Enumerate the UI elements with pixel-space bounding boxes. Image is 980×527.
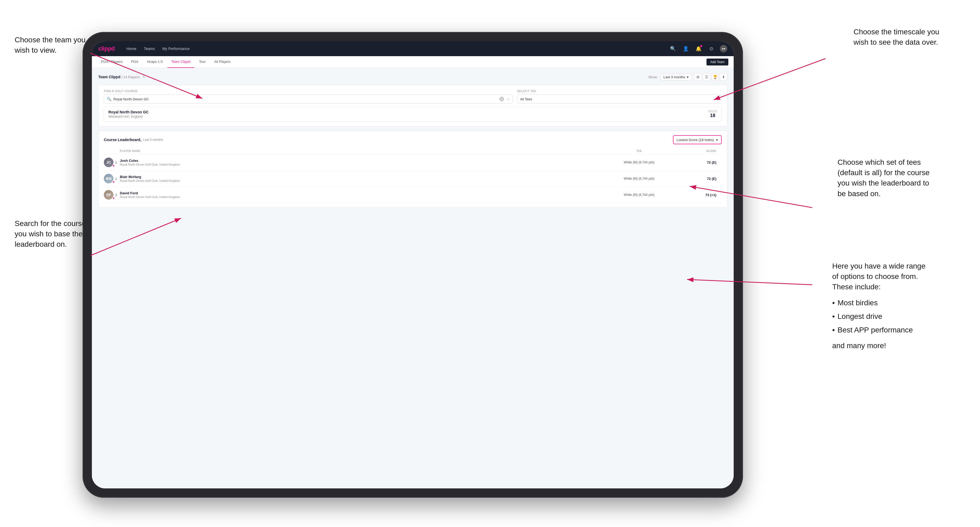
tee-select-col: Select Tee All Tees ▾ bbox=[517, 89, 722, 104]
player-name-2: Blair McHarg bbox=[120, 175, 180, 179]
user-icon[interactable]: 👤 bbox=[681, 44, 690, 53]
search-icon: 🔍 bbox=[107, 97, 111, 101]
player-name-cell-1: Josh Coles Royal North Devon Golf Club, … bbox=[120, 159, 599, 166]
nav-teams[interactable]: Teams bbox=[140, 41, 158, 56]
annotation-bl-line2: you wish to base the bbox=[14, 230, 83, 238]
bell-icon[interactable]: 🔔 bbox=[694, 44, 703, 53]
view-icons-group: ⊞ ☰ 🏆 ⬇ bbox=[694, 73, 727, 81]
player-info-1: Josh Coles Royal North Devon Golf Club, … bbox=[120, 159, 180, 166]
score-type-dropdown[interactable]: Lowest Score (18 holes) ▾ bbox=[673, 135, 722, 144]
team-count: | 14 Players bbox=[121, 75, 140, 79]
bullet-birdies: Most birdies bbox=[832, 298, 966, 308]
col-header-score: SCORE bbox=[679, 149, 722, 152]
player-avatar-wrap-3: DF ♥ bbox=[104, 190, 113, 200]
player-avatar-wrap-1: JC ♥ bbox=[104, 157, 113, 167]
avatar[interactable]: ●▾ bbox=[720, 45, 727, 52]
subnav-pgat[interactable]: PGAT Players bbox=[97, 56, 126, 68]
score-cell-1: 72 (E) bbox=[679, 160, 722, 165]
tee-cell-1: White (M) (6,744 yds) bbox=[599, 160, 679, 164]
rank-cell-3: DF ♥ 3 bbox=[104, 190, 120, 200]
find-course-label: Find a Golf Course bbox=[104, 89, 513, 93]
course-search-input[interactable] bbox=[113, 97, 497, 101]
player-avatar-2: BM bbox=[104, 174, 113, 183]
nav-links-container: Home Teams My Performance bbox=[123, 41, 669, 56]
annotation-bl-line1: Search for the course bbox=[14, 219, 86, 227]
nav-home[interactable]: Home bbox=[123, 41, 140, 56]
grid-view-button[interactable]: ⊞ bbox=[694, 73, 702, 81]
course-location: Westward Hol!, England bbox=[108, 115, 149, 119]
score-type-chevron-icon: ▾ bbox=[716, 138, 718, 142]
add-team-button[interactable]: Add Team bbox=[706, 59, 728, 65]
player-info-2: Blair McHarg Royal North Devon Golf Club… bbox=[120, 175, 180, 182]
rank-num-2: 1 bbox=[115, 177, 117, 181]
tee-cell-2: White (M) (6,744 yds) bbox=[599, 177, 679, 181]
col-header-tee: TEE bbox=[599, 149, 679, 152]
rank-cell-2: BM ♥ 1 bbox=[104, 174, 120, 183]
subnav-pga[interactable]: PGA bbox=[127, 56, 142, 68]
settings-icon[interactable]: ⊙ bbox=[707, 44, 716, 53]
annotation-mr-line4: be based on. bbox=[838, 189, 881, 198]
ipad-screen: clippd Home Teams My Performance 🔍 👤 🔔 ⊙… bbox=[92, 41, 733, 488]
course-search-col: Find a Golf Course 🔍 ✕ ☆ bbox=[104, 89, 513, 104]
search-icon[interactable]: 🔍 bbox=[669, 44, 677, 53]
subnav-tour[interactable]: Tour bbox=[195, 56, 209, 68]
show-value: Last 3 months bbox=[663, 75, 685, 79]
score-cell-3: 73 (+1) bbox=[679, 193, 722, 197]
favorite-star-icon[interactable]: ☆ bbox=[506, 97, 510, 102]
rank-num-1: 1 bbox=[115, 160, 117, 165]
col-header-rank bbox=[104, 149, 120, 152]
subnav-all-players[interactable]: All Players bbox=[210, 56, 234, 68]
trophy-view-button[interactable]: 🏆 bbox=[711, 73, 719, 81]
score-cell-2: 72 (E) bbox=[679, 177, 722, 181]
table-header-row: PLAYER NAME TEE SCORE bbox=[104, 148, 722, 154]
subnav-team-clippd[interactable]: Team Clippd bbox=[167, 56, 194, 68]
notification-badge bbox=[700, 45, 702, 47]
bullet-drive: Longest drive bbox=[832, 311, 966, 322]
top-navigation: clippd Home Teams My Performance 🔍 👤 🔔 ⊙… bbox=[92, 41, 733, 56]
heart-icon-1: ♥ bbox=[113, 164, 115, 168]
team-name: Team Clippd bbox=[98, 75, 120, 79]
avatar-img-3: DF bbox=[104, 190, 113, 200]
rank-cell-1: JC ♥ 1 bbox=[104, 157, 120, 167]
leaderboard-section: Course Leaderboard, Last 3 months Lowest… bbox=[98, 131, 727, 208]
annotation-tl-line1: Choose the team you bbox=[14, 36, 86, 44]
annotation-br-footer: and many more! bbox=[832, 341, 886, 350]
annotation-br-line2: of options to choose from. bbox=[832, 272, 918, 281]
show-label: Show: bbox=[648, 75, 658, 79]
holes-number: 18 bbox=[708, 113, 717, 119]
tee-dropdown[interactable]: All Tees ▾ bbox=[517, 94, 722, 104]
heart-icon-2: ♥ bbox=[113, 180, 115, 184]
course-result: Royal North Devon GC Westward Hol!, Engl… bbox=[104, 106, 722, 122]
annotation-mr-line1: Choose which set of tees bbox=[838, 158, 921, 167]
annotation-br-line1: Here you have a wide range bbox=[832, 262, 925, 270]
course-search-input-wrap[interactable]: 🔍 ✕ ☆ bbox=[104, 94, 513, 104]
player-name-1: Josh Coles bbox=[120, 159, 180, 163]
list-view-button[interactable]: ☰ bbox=[703, 73, 710, 81]
col-header-player: PLAYER NAME bbox=[120, 149, 599, 152]
player-name-3: David Ford bbox=[120, 191, 180, 195]
show-timescale-dropdown[interactable]: Last 3 months ▾ bbox=[660, 74, 692, 80]
score-type-value: Lowest Score (18 holes) bbox=[677, 138, 714, 142]
leaderboard-table: PLAYER NAME TEE SCORE JC ♥ bbox=[104, 148, 722, 203]
annotation-br-line3: These include: bbox=[832, 283, 881, 291]
table-row: DF ♥ 3 David Ford Royal North Devon Golf… bbox=[104, 187, 722, 203]
tee-value: All Tees bbox=[520, 97, 532, 101]
table-row: JC ♥ 1 Josh Coles Royal North Devon Golf… bbox=[104, 154, 722, 171]
show-section: Show: Last 3 months ▾ ⊞ ☰ 🏆 ⬇ bbox=[648, 73, 727, 81]
table-row: BM ♥ 1 Blair McHarg Royal North Devon Go… bbox=[104, 171, 722, 187]
player-avatar-3: DF bbox=[104, 190, 113, 200]
annotation-bottom-left: Search for the course you wish to base t… bbox=[14, 218, 86, 250]
nav-my-performance[interactable]: My Performance bbox=[158, 41, 193, 56]
annotation-top-left: Choose the team you wish to view. bbox=[14, 35, 86, 56]
annotation-top-right: Choose the timescale you wish to see the… bbox=[854, 27, 966, 48]
nav-icons-group: 🔍 👤 🔔 ⊙ ●▾ bbox=[669, 44, 727, 53]
search-clear-button[interactable]: ✕ bbox=[499, 97, 504, 102]
edit-team-icon[interactable]: ✎ bbox=[142, 75, 145, 79]
avatar-img-1: JC bbox=[104, 157, 113, 167]
download-button[interactable]: ⬇ bbox=[720, 73, 727, 81]
leaderboard-header: Course Leaderboard, Last 3 months Lowest… bbox=[104, 135, 722, 144]
subnav-hcaps[interactable]: Hcaps 1-5 bbox=[143, 56, 167, 68]
tee-chevron-icon: ▾ bbox=[717, 97, 719, 101]
sub-navigation: PGAT Players PGA Hcaps 1-5 Team Clippd T… bbox=[92, 56, 733, 68]
annotation-mr-line2: (default is all) for the course bbox=[838, 168, 930, 177]
